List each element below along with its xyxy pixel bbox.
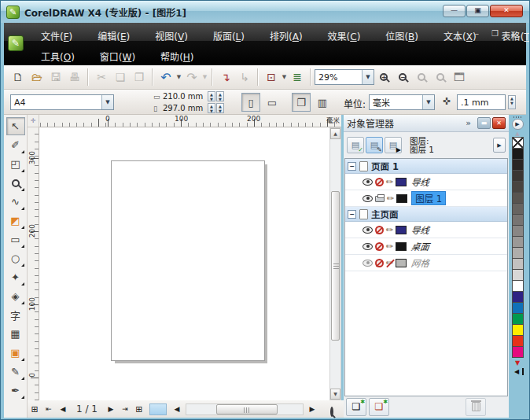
palette-swatch[interactable]	[512, 192, 524, 204]
new-layer-button[interactable]: ❏✱	[346, 398, 366, 416]
horizontal-scroll-thumb[interactable]	[216, 404, 278, 414]
vertical-scroll-thumb[interactable]	[331, 191, 340, 341]
non-printable-icon[interactable]	[375, 226, 384, 234]
all-pages-button[interactable]: ❐	[292, 93, 311, 112]
print-icon[interactable]: 🖶	[65, 68, 84, 87]
show-object-properties-button[interactable]: ▤✓	[347, 137, 364, 153]
palette-swatch[interactable]	[512, 280, 524, 292]
palette-swatch[interactable]	[512, 302, 524, 314]
palette-swatch[interactable]	[512, 181, 524, 193]
layer-name[interactable]: 导线	[410, 175, 430, 188]
palette-swatch[interactable]	[512, 291, 524, 303]
non-editable-pencil-icon[interactable]: ✏	[386, 259, 393, 267]
horizontal-ruler[interactable]: 0 100 200 毫米	[39, 115, 341, 127]
palette-swatch[interactable]	[512, 346, 524, 358]
docker-close-button[interactable]: ✕	[492, 117, 506, 129]
paper-width-value[interactable]: 210.0 mm	[163, 92, 207, 101]
blend-tool[interactable]: ▣	[6, 344, 25, 362]
paper-size-combo[interactable]: A4 ▼	[10, 94, 114, 110]
palette-swatch[interactable]	[512, 247, 524, 259]
ellipse-tool[interactable]: ○	[6, 249, 25, 267]
scroll-right-icon[interactable]: ▶	[305, 405, 319, 413]
menu-file[interactable]: 文件(F)	[34, 27, 79, 45]
scroll-left-icon[interactable]: ◀	[170, 405, 184, 413]
menu-layout[interactable]: 版面(L)	[206, 27, 252, 45]
mdi-restore-button[interactable]: ❐	[490, 29, 500, 38]
first-page-icon[interactable]: ⇤	[42, 405, 56, 413]
page-area[interactable]	[111, 160, 265, 361]
visibility-eye-icon[interactable]	[363, 227, 373, 234]
layer-name[interactable]: 桌面	[410, 240, 430, 252]
minimize-button[interactable]: —	[443, 5, 466, 17]
horizontal-scrollbar[interactable]	[186, 403, 304, 415]
collapse-icon[interactable]	[348, 210, 356, 219]
launcher-dropdown-icon[interactable]: ▼	[281, 74, 288, 80]
layer-color-swatch[interactable]	[396, 242, 407, 251]
page-tab[interactable]	[149, 403, 167, 415]
non-printable-icon[interactable]	[375, 178, 384, 186]
palette-swatch[interactable]	[512, 236, 524, 248]
menu-help[interactable]: 帮助(H)	[153, 47, 201, 65]
layer-color-swatch[interactable]	[396, 178, 407, 186]
layer-manager-view-button[interactable]: ▤▶	[385, 137, 402, 153]
previous-page-icon[interactable]: ◀	[56, 405, 70, 413]
drawing-canvas[interactable]	[39, 127, 329, 400]
no-color-swatch[interactable]	[512, 137, 524, 149]
palette-swatch[interactable]	[512, 148, 524, 160]
application-launcher-icon[interactable]: ⊡	[262, 68, 281, 87]
pan-zoom-icon[interactable]	[330, 402, 333, 417]
pick-tool[interactable]: ↖	[6, 117, 25, 135]
zoom-page-icon[interactable]: 🗔	[450, 68, 469, 87]
visibility-eye-icon-dim[interactable]	[363, 260, 373, 267]
visibility-eye-icon[interactable]	[363, 195, 373, 202]
mdi-close-button[interactable]: x	[508, 29, 518, 38]
non-printable-icon[interactable]	[375, 242, 384, 251]
paper-height-value[interactable]: 297.0 mm	[163, 104, 207, 112]
paper-width-spinner2[interactable]: ▲▼	[216, 91, 224, 101]
paper-height-spinner2[interactable]: ▲▼	[216, 103, 224, 113]
menu-view[interactable]: 视图(V)	[148, 27, 195, 45]
undo-dropdown-icon[interactable]: ▼	[175, 74, 182, 80]
zoom-all-icon[interactable]	[431, 68, 450, 87]
editable-pencil-icon[interactable]: ✏	[386, 178, 393, 186]
rectangle-tool[interactable]: ▭	[6, 230, 25, 249]
palette-flyout-icon[interactable]: ▶	[512, 119, 524, 130]
restore-button[interactable]: ▣	[466, 5, 489, 17]
docker-chevrons-icon[interactable]: »	[466, 118, 471, 128]
zoom-combo-arrow-icon[interactable]: ▼	[362, 70, 374, 84]
cut-icon[interactable]: ✂	[92, 68, 111, 87]
scroll-up-icon[interactable]: ▲	[330, 128, 340, 139]
printable-icon[interactable]	[375, 196, 385, 202]
polygon-tool[interactable]: ✦	[6, 268, 25, 286]
editable-pencil-icon[interactable]: ✏	[387, 194, 394, 203]
shape-tool[interactable]: ✐	[6, 136, 25, 154]
facing-pages-button[interactable]: ▥	[313, 93, 332, 112]
layer-row-grid[interactable]: ✏ 网格	[345, 255, 507, 271]
export-icon[interactable]: ↳	[235, 68, 254, 87]
welcome-screen-icon[interactable]: ≣	[288, 68, 307, 87]
vertical-ruler[interactable]: 300 200 100 0	[28, 127, 39, 400]
palette-swatch[interactable]	[512, 159, 524, 171]
palette-swatch[interactable]	[512, 269, 524, 281]
ruler-origin[interactable]: ✛	[28, 115, 39, 127]
units-arrow-icon[interactable]: ▼	[422, 95, 434, 109]
nudge-field[interactable]: .1 mm	[457, 94, 506, 110]
edit-across-layers-button[interactable]: ▤✎	[366, 137, 383, 153]
palette-grip[interactable]	[513, 116, 521, 118]
zoom-selected-icon[interactable]	[412, 68, 431, 87]
eyedropper-tool[interactable]: ✎	[6, 363, 25, 381]
text-tool[interactable]: 字	[6, 306, 25, 324]
visibility-eye-icon[interactable]	[363, 179, 373, 186]
scroll-down-icon[interactable]: ▼	[330, 389, 340, 400]
editable-pencil-icon[interactable]: ✏	[386, 226, 393, 234]
outline-tool[interactable]: ✒	[6, 381, 25, 400]
add-page-back-icon[interactable]: ⊞	[132, 404, 146, 414]
layer-name[interactable]: 网格	[410, 256, 430, 269]
editable-pencil-icon[interactable]: ✏	[386, 242, 393, 251]
menu-window[interactable]: 窗口(W)	[93, 47, 142, 65]
last-page-icon[interactable]: ⇥	[118, 405, 132, 413]
palette-swatch[interactable]	[512, 324, 524, 336]
page1-section-row[interactable]: 页面 1	[345, 159, 507, 174]
zoom-out-icon[interactable]: −	[393, 68, 412, 87]
new-master-layer-button[interactable]: ❏✱	[369, 398, 389, 416]
